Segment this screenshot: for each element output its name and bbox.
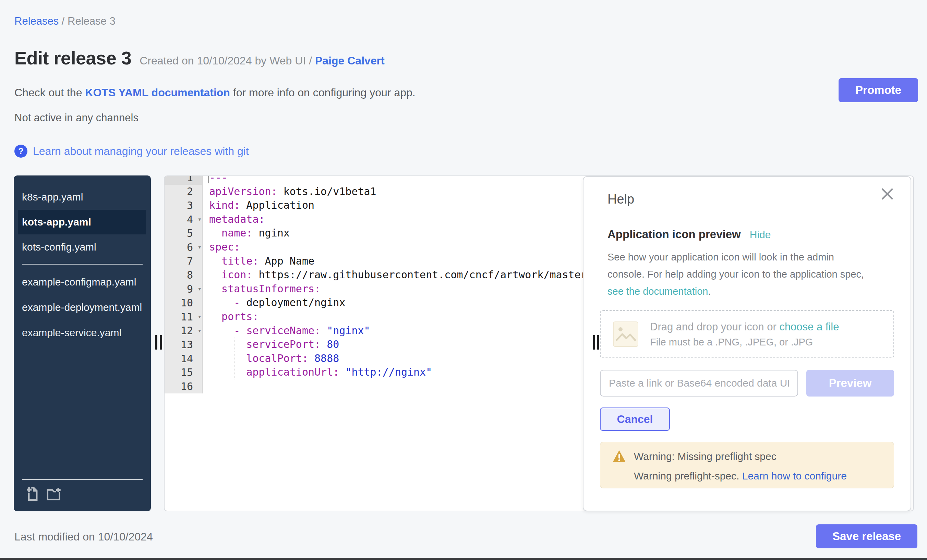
code-token <box>209 325 234 337</box>
fold-arrow-icon[interactable]: ▾ <box>198 285 202 292</box>
code-token: - <box>234 325 246 337</box>
code-token: metadata: <box>209 213 265 225</box>
sidebar-resize-handle-bar-2[interactable] <box>160 335 162 349</box>
intro-prefix: Check out the <box>14 87 85 99</box>
fold-arrow-icon[interactable]: ▾ <box>198 313 202 320</box>
code-text: kind: Application <box>203 199 315 212</box>
code-text: localPort: 8888 <box>203 352 339 366</box>
sidebar-file-example-configmap-yaml[interactable]: example-configmap.yaml <box>14 269 151 295</box>
icon-dropzone[interactable]: Drag and drop your icon or choose a file… <box>600 310 894 358</box>
release-editor-screen: Releases / Release 3 Edit release 3 Crea… <box>0 0 927 560</box>
sidebar-resize-handle-bar-1[interactable] <box>155 335 157 349</box>
git-releases-link[interactable]: Learn about managing your releases with … <box>33 145 249 158</box>
icon-preview-section-header: Application icon preview Hide <box>608 228 894 241</box>
choose-file-link[interactable]: choose a file <box>779 321 839 333</box>
code-token: kind: <box>209 199 240 211</box>
help-resize-handle-bar-2[interactable] <box>597 335 599 349</box>
code-token: 80 <box>327 338 339 350</box>
description-suffix: . <box>708 286 711 297</box>
line-number: 7 <box>164 254 203 269</box>
page-title: Edit release 3 <box>14 47 131 68</box>
line-number: 14 <box>164 352 203 366</box>
code-token: localPort: <box>209 352 308 364</box>
docs-intro-line: Check out the KOTS YAML documentation fo… <box>14 87 415 99</box>
code-token: apiVersion: <box>209 185 277 197</box>
breadcrumb-releases-link[interactable]: Releases <box>14 15 59 27</box>
save-release-button[interactable]: Save release <box>816 524 917 548</box>
code-token <box>209 296 234 308</box>
line-number: 1 <box>164 176 203 185</box>
dropzone-prefix: Drag and drop your icon or <box>650 321 779 333</box>
sidebar-file-example-service-yaml[interactable]: example-service.yaml <box>14 320 151 346</box>
code-token: statusInformers: <box>209 283 321 295</box>
line-number: 13 <box>164 338 203 352</box>
add-folder-icon[interactable] <box>46 486 62 502</box>
close-icon[interactable] <box>880 187 895 202</box>
warning-triangle-icon <box>612 450 626 463</box>
code-token: "http://nginx" <box>345 366 432 378</box>
code-text: icon: https://raw.githubusercontent.com/… <box>203 268 593 282</box>
sidebar-file-kots-config-yaml[interactable]: kots-config.yaml <box>14 234 151 260</box>
cancel-button[interactable]: Cancel <box>600 407 670 431</box>
code-token: nginx <box>252 227 289 239</box>
code-token: --- <box>209 176 228 184</box>
code-text: servicePort: 80 <box>203 338 339 352</box>
code-text: name: nginx <box>203 226 290 240</box>
fold-arrow-icon[interactable]: ▾ <box>198 215 202 223</box>
image-placeholder-icon <box>613 322 638 347</box>
see-documentation-link[interactable]: see the documentation <box>608 286 708 297</box>
help-resize-handle-bar-1[interactable] <box>593 335 595 349</box>
line-number: 2 <box>164 185 203 199</box>
learn-configure-link[interactable]: Learn how to configure <box>742 470 847 481</box>
line-number: 11▾ <box>164 310 203 324</box>
sidebar-divider <box>22 264 143 264</box>
created-info: Created on 10/10/2024 by Web UI / Paige … <box>140 55 384 67</box>
line-number: 12▾ <box>164 324 203 338</box>
code-text: applicationUrl: "http://nginx" <box>203 365 432 379</box>
line-number: 3 <box>164 199 203 212</box>
add-file-icon[interactable] <box>24 486 40 502</box>
breadcrumb: Releases / Release 3 <box>14 15 115 27</box>
breadcrumb-separator: / <box>59 15 68 27</box>
code-token: "nginx" <box>327 325 370 337</box>
created-text: Created on 10/10/2024 by Web UI / <box>140 55 315 67</box>
line-number: 15 <box>164 365 203 379</box>
hide-link[interactable]: Hide <box>750 229 771 241</box>
help-panel: Help Application icon preview Hide See h… <box>583 176 911 511</box>
dropzone-file-hint: File must be a .PNG, .JPEG, or .JPG <box>650 337 839 348</box>
dropzone-line-1: Drag and drop your icon or choose a file <box>650 321 839 333</box>
created-by-link[interactable]: Paige Calvert <box>315 55 384 67</box>
title-row: Edit release 3 Created on 10/10/2024 by … <box>14 47 384 68</box>
warning-detail-text: Warning preflight-spec. <box>634 470 742 481</box>
code-token <box>339 366 345 378</box>
code-text: - deployment/nginx <box>203 296 345 310</box>
channel-status-text: Not active in any channels <box>14 112 138 124</box>
code-token: deployment/nginx <box>246 296 345 308</box>
warning-detail-row: Warning preflight-spec. Learn how to con… <box>634 470 882 482</box>
promote-button[interactable]: Promote <box>839 78 918 102</box>
sidebar-footer <box>22 479 143 506</box>
fold-arrow-icon[interactable]: ▾ <box>198 243 202 250</box>
sidebar-file-kots-app-yaml[interactable]: kots-app.yaml <box>18 210 146 234</box>
code-text: metadata: <box>203 212 265 226</box>
icon-url-row: Preview <box>600 370 894 396</box>
code-token: App Name <box>259 255 315 267</box>
description-line-2: console. For help adding your icon to th… <box>608 269 864 280</box>
code-token: - <box>234 296 246 308</box>
sidebar-file-k8s-app-yaml[interactable]: k8s-app.yaml <box>14 184 151 210</box>
fold-arrow-icon[interactable]: ▾ <box>198 326 202 334</box>
icon-url-input[interactable] <box>600 370 798 396</box>
preview-button[interactable]: Preview <box>806 370 894 396</box>
code-token: 8888 <box>315 352 339 364</box>
code-token <box>321 325 327 337</box>
code-token: title: <box>209 255 259 267</box>
kots-yaml-docs-link[interactable]: KOTS YAML documentation <box>85 87 230 99</box>
code-text: ports: <box>203 310 259 324</box>
sidebar-file-example-deployment-yaml[interactable]: example-deployment.yaml <box>14 295 151 320</box>
line-number: 5 <box>164 226 203 240</box>
git-help-row[interactable]: ? Learn about managing your releases wit… <box>14 145 249 158</box>
code-token <box>308 352 315 364</box>
warning-header-row: Warning: Missing preflight spec <box>612 450 882 463</box>
line-number: 8 <box>164 268 203 282</box>
code-text <box>203 379 209 393</box>
